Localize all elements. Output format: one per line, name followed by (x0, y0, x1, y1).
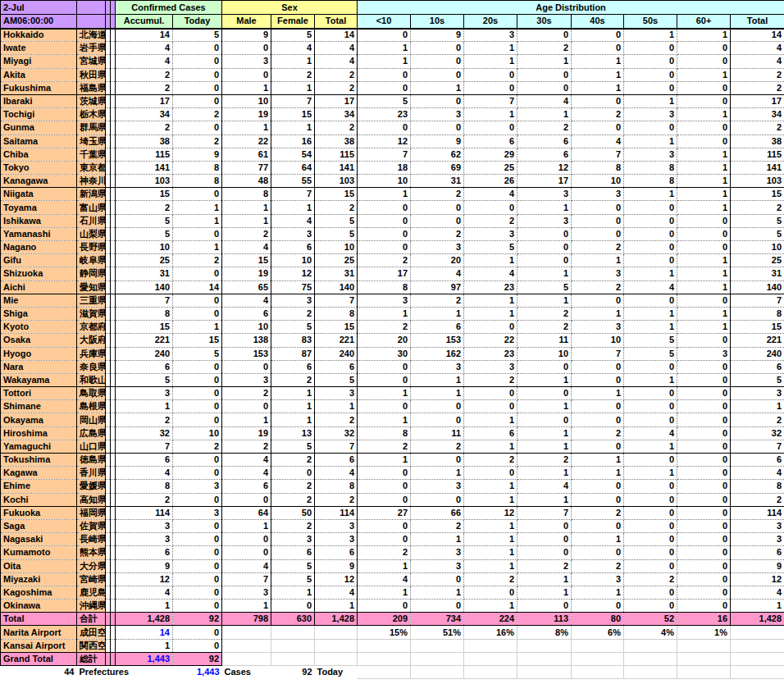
cell-age-10s: 2 (411, 227, 464, 240)
cell-age-50s: 3 (624, 108, 677, 121)
cell-sex-total (315, 626, 358, 639)
cell-age-20s: 4 (464, 267, 517, 280)
cell-age-10s: 2 (411, 440, 464, 453)
cell-age-u10: 1 (358, 188, 411, 201)
table-row: Tochigi栃木県3421915342331123134 (1, 108, 784, 121)
cell-today: 0 (173, 546, 222, 559)
cell-age-u10: 2 (358, 321, 411, 334)
cell-age-60plus: 0 (677, 214, 731, 227)
cell-age-u10: 2 (358, 546, 411, 559)
col-header-age-10s: 10s (411, 15, 464, 29)
cell-age-total: 4 (731, 586, 784, 599)
cell-age-30s: 2 (517, 454, 572, 467)
cell-age-u10: 0 (358, 227, 411, 240)
table-row: Yamaguchi山口県7225722110107 (1, 440, 784, 453)
cell-age-20s: 2 (464, 572, 517, 586)
empty-cell (271, 639, 315, 652)
cell-age-u10: 1 (358, 307, 411, 320)
cell-today: 0 (173, 81, 222, 94)
cell-accumul: 14 (116, 626, 173, 639)
prefecture-name-en: Hiroshima (1, 426, 77, 440)
cell-age-30s: 1 (517, 201, 572, 214)
cell-accumul: 5 (116, 214, 173, 227)
cell-age-60plus: 1 (677, 321, 731, 334)
cell-age-10s: 0 (411, 400, 464, 413)
cell-age-total: 115 (731, 148, 784, 161)
col-header-male: Male (222, 15, 271, 29)
cell-age-20s: 0 (464, 201, 517, 214)
cell-age-10s: 734 (411, 613, 464, 626)
cell-female: 2 (271, 454, 315, 467)
cell-age-10s: 9 (411, 135, 464, 148)
footer-pref-count: 44 (1, 666, 77, 679)
prefecture-name-en: Nara (1, 360, 77, 373)
cell-age-20s: 1 (464, 559, 517, 572)
empty-cell (464, 639, 517, 652)
prefecture-name-en: Tokushima (1, 454, 77, 467)
cell-age-20s: 1 (464, 493, 517, 506)
cell-age-percent-0: 15% (358, 626, 411, 639)
cell-accumul: 25 (116, 254, 173, 267)
cell-today: 8 (173, 175, 222, 188)
cell-age-50s: 0 (624, 81, 677, 94)
empty-cell (315, 639, 358, 652)
cell-age-10s: 0 (411, 121, 464, 135)
prefecture-name-en: Niigata (1, 188, 77, 201)
cell-age-50s: 0 (624, 241, 677, 254)
cell-accumul: 7 (116, 440, 173, 453)
cell-age-20s: 3 (464, 360, 517, 373)
prefecture-name-en: Mie (1, 294, 77, 307)
cell-age-10s: 3 (411, 546, 464, 559)
cell-female: 5 (271, 572, 315, 586)
cell-age-total: 25 (731, 254, 784, 267)
cell-age-40s: 0 (572, 42, 624, 55)
cell-age-total: 38 (731, 135, 784, 148)
col-header-today: Today (173, 15, 222, 29)
cell-age-10s: 153 (411, 334, 464, 347)
cell-age-total: 2 (731, 121, 784, 135)
cell-age-10s: 69 (411, 161, 464, 174)
cell-age-10s: 3 (411, 360, 464, 373)
cell-today: 1 (173, 241, 222, 254)
cell-age-40s: 3 (572, 267, 624, 280)
prefecture-name-jp: 石川県 (77, 214, 106, 227)
cell-female: 6 (271, 241, 315, 254)
cell-age-50s: 1 (624, 188, 677, 201)
empty-cell (624, 666, 677, 679)
cell-accumul: 1,428 (116, 613, 173, 626)
cell-age-20s: 1 (464, 440, 517, 453)
footer-summary-row: 44Prefectures1,443Cases92Today (1, 666, 784, 679)
col-header-sex-total: Total (315, 15, 358, 29)
table-row: Ishikawa石川県5114500230005 (1, 214, 784, 227)
cell-age-30s: 1 (517, 294, 572, 307)
cell-sex-total: 141 (315, 161, 358, 174)
cell-sex-total: 15 (315, 321, 358, 334)
cell-female: 0 (271, 467, 315, 480)
cell-today: 2 (173, 254, 222, 267)
cell-accumul: 2 (116, 493, 173, 506)
cell-age-total: 5 (731, 214, 784, 227)
cell-female: 4 (271, 214, 315, 227)
cell-female: 83 (271, 334, 315, 347)
cell-age-40s: 1 (572, 55, 624, 68)
cell-accumul: 3 (116, 533, 173, 546)
cell-sex-total: 140 (315, 280, 358, 294)
cell-age-60plus: 0 (677, 467, 731, 480)
prefecture-name-jp: 長崎県 (77, 533, 106, 546)
table-row: Yamanashi山梨県5023502300005 (1, 227, 784, 240)
cell-age-40s: 1 (572, 533, 624, 546)
cell-age-50s: 4 (624, 280, 677, 294)
prefecture-name-jp: 佐賀県 (77, 519, 106, 532)
cell-sex-total: 15 (315, 188, 358, 201)
header-group-confirmed-cases: Confirmed Cases (116, 1, 222, 15)
table-row: Hyogo兵庫県240515387240301622310753240 (1, 347, 784, 360)
cell-today: 0 (173, 294, 222, 307)
cell-female: 50 (271, 506, 315, 519)
cell-age-u10: 23 (358, 108, 411, 121)
prefecture-name-jp: 岩手県 (77, 42, 106, 55)
cell-age-40s: 2 (572, 108, 624, 121)
table-row: Okayama岡山県2011210100002 (1, 413, 784, 426)
prefecture-name-jp: 秋田県 (77, 68, 106, 81)
cell-female: 2 (271, 68, 315, 81)
cell-age-60plus: 1 (677, 201, 731, 214)
